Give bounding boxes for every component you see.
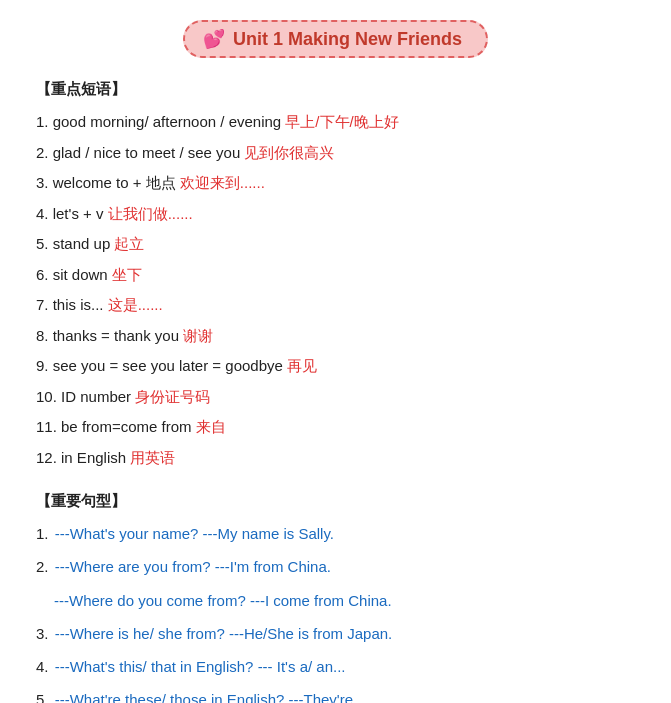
item-zh: 坐下 — [112, 266, 142, 283]
item-num: 5. — [36, 691, 53, 703]
item-num: 3. — [36, 625, 53, 642]
list-item: 1. ---What's your name? ---My name is Sa… — [36, 521, 635, 547]
item-en: welcome to + 地点 — [53, 174, 180, 191]
item-en: glad / nice to meet / see you — [53, 144, 245, 161]
item-num: 1. — [36, 525, 53, 542]
item-num: 4. — [36, 658, 53, 675]
list-item: 9. see you = see you later = goodbye 再见 — [36, 353, 635, 379]
item-num: 11. — [36, 418, 61, 435]
item-num: 7. — [36, 296, 53, 313]
item-num: 9. — [36, 357, 53, 374]
list-item: 3. welcome to + 地点 欢迎来到...... — [36, 170, 635, 196]
list-item: 11. be from=come from 来自 — [36, 414, 635, 440]
list-item: 12. in English 用英语 — [36, 445, 635, 471]
list-item: 5. ---What're these/ those in English? -… — [36, 687, 635, 703]
item-zh: 见到你很高兴 — [244, 144, 334, 161]
item-zh: 身份证号码 — [135, 388, 210, 405]
vocab-section: 【重点短语】 1. good morning/ afternoon / even… — [36, 80, 635, 470]
list-item: 2. glad / nice to meet / see you 见到你很高兴 — [36, 140, 635, 166]
item-zh: 让我们做...... — [108, 205, 193, 222]
item-num: 6. — [36, 266, 53, 283]
sentence-section: 【重要句型】 1. ---What's your name? ---My nam… — [36, 492, 635, 703]
item-en: stand up — [53, 235, 115, 252]
item-num: 8. — [36, 327, 53, 344]
item-num: 2. — [36, 144, 53, 161]
item-zh: 欢迎来到...... — [180, 174, 265, 191]
item-zh: 再见 — [287, 357, 317, 374]
title-badge: 💕 Unit 1 Making New Friends — [183, 20, 488, 58]
list-item: 2. ---Where are you from? ---I'm from Ch… — [36, 554, 635, 580]
item-text: ---Where are you from? ---I'm from China… — [55, 558, 331, 575]
item-text: ---Where do you come from? ---I come fro… — [54, 592, 392, 609]
list-item: 10. ID number 身份证号码 — [36, 384, 635, 410]
item-en: let's + v — [53, 205, 108, 222]
title-section: 💕 Unit 1 Making New Friends — [36, 20, 635, 58]
item-en: thanks = thank you — [53, 327, 184, 344]
sentence-section-header: 【重要句型】 — [36, 492, 635, 511]
item-en: ID number — [61, 388, 135, 405]
list-item: 4. let's + v 让我们做...... — [36, 201, 635, 227]
item-num: 1. — [36, 113, 53, 130]
list-item: 1. good morning/ afternoon / evening 早上/… — [36, 109, 635, 135]
heart-icon: 💕 — [203, 28, 225, 50]
item-en: sit down — [53, 266, 112, 283]
item-en: be from=come from — [61, 418, 196, 435]
list-item: 3. ---Where is he/ she from? ---He/She i… — [36, 621, 635, 647]
item-num: 12. — [36, 449, 61, 466]
vocab-section-header: 【重点短语】 — [36, 80, 635, 99]
item-text: ---What's this/ that in English? --- It'… — [55, 658, 346, 675]
list-item: 4. ---What's this/ that in English? --- … — [36, 654, 635, 680]
page-title: Unit 1 Making New Friends — [233, 29, 462, 50]
item-zh: 早上/下午/晚上好 — [285, 113, 398, 130]
item-zh: 来自 — [196, 418, 226, 435]
list-item: 6. sit down 坐下 — [36, 262, 635, 288]
item-text: ---Where is he/ she from? ---He/She is f… — [55, 625, 393, 642]
item-zh: 谢谢 — [183, 327, 213, 344]
item-en: this is... — [53, 296, 108, 313]
item-zh: 这是...... — [108, 296, 163, 313]
item-num: 4. — [36, 205, 53, 222]
item-text: ---What're these/ those in English? ---T… — [55, 691, 366, 703]
item-num: 5. — [36, 235, 53, 252]
list-item: 7. this is... 这是...... — [36, 292, 635, 318]
item-en: good morning/ afternoon / evening — [53, 113, 286, 130]
list-item: 5. stand up 起立 — [36, 231, 635, 257]
sentence-list: 1. ---What's your name? ---My name is Sa… — [36, 521, 635, 703]
vocab-list: 1. good morning/ afternoon / evening 早上/… — [36, 109, 635, 470]
item-zh: 用英语 — [130, 449, 175, 466]
item-num: 3. — [36, 174, 53, 191]
item-num: 10. — [36, 388, 61, 405]
item-zh: 起立 — [114, 235, 144, 252]
item-num: 2. — [36, 558, 53, 575]
item-en: see you = see you later = goodbye — [53, 357, 287, 374]
list-item: 8. thanks = thank you 谢谢 — [36, 323, 635, 349]
item-text: ---What's your name? ---My name is Sally… — [55, 525, 334, 542]
item-en: in English — [61, 449, 130, 466]
list-item: ---Where do you come from? ---I come fro… — [36, 588, 635, 614]
